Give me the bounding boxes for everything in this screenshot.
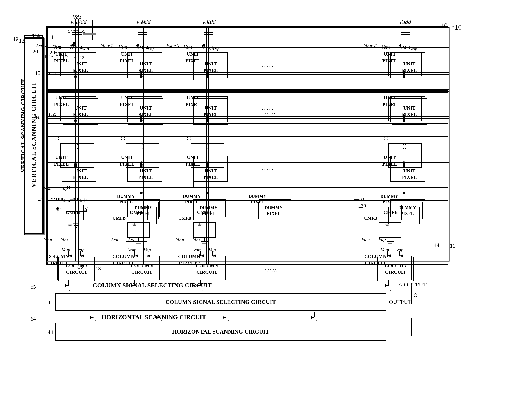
vsc-box: VERTICAL SCANNING CIRCUIT xyxy=(24,35,43,234)
vom-4: Vom xyxy=(381,44,390,50)
unit-pixel-r1c3: UNITPIXEL xyxy=(193,54,228,81)
unit-pixel-r1c2: UNITPIXEL xyxy=(128,54,163,81)
vop-cc1: Vop xyxy=(77,247,85,253)
column-circuit-3: COLUMNCIRCUIT xyxy=(189,257,225,281)
vdots-c2: ⁚⁚ xyxy=(140,143,144,150)
ref-115-tilde: ⌒ xyxy=(51,73,55,79)
vom-3: Vom xyxy=(184,44,192,50)
arrow-up-csc-4: ↑ xyxy=(390,288,392,294)
ref-116-tilde: ⌒ xyxy=(51,114,55,120)
ref-20-tilde: ⌒ xyxy=(52,52,57,58)
unit-pixel-r1c4: UNITPIXEL xyxy=(392,54,427,81)
vop-4: Vop xyxy=(410,46,417,52)
vop-cmfb1: Vop xyxy=(78,197,85,203)
cmfb-3: CMFB xyxy=(193,205,215,220)
vom-cc2: Vom xyxy=(128,247,136,253)
vdots-c1: ⁚⁚ xyxy=(75,143,79,150)
ellipsis-cc: ..... xyxy=(267,267,278,274)
ref-54: 54 xyxy=(74,28,79,34)
vom-2: Vom xyxy=(119,44,127,50)
vop-1: Vop xyxy=(82,46,89,52)
vom-cc1: Vom xyxy=(62,247,70,253)
vop-cc2: Vop xyxy=(143,247,151,253)
svg-rect-4 xyxy=(46,26,448,265)
unit-pixel-rnc2: UNITPIXEL xyxy=(128,161,163,188)
dummy-pixel-c4: DUMMYPIXEL xyxy=(258,202,289,219)
ground-4: ⏚ xyxy=(385,220,389,228)
ref-11-tilde: ⌒ xyxy=(449,245,454,251)
vop-2: Vop xyxy=(147,46,155,52)
column-circuit-1: COLUMNCIRCUIT xyxy=(59,257,95,281)
vdots-c3: ⁚⁚ xyxy=(205,143,209,150)
r12-tilde: ⌒ xyxy=(13,38,17,44)
output-label: OUTPUT xyxy=(389,299,412,305)
vdd-3: Vdd xyxy=(206,19,216,25)
unit-pixel-r2c1: UNITPIXEL xyxy=(63,98,98,125)
ref-30-dash: — xyxy=(359,205,363,210)
unit-pixel-r2c2: UNITPIXEL xyxy=(128,98,163,125)
ref-15-tilde: ⌒ xyxy=(48,301,52,306)
vdd-1: Vdd xyxy=(77,19,86,25)
cmfb-2: CMFB xyxy=(126,205,148,220)
horiz-scan-circuit: HORIZONTAL SCANNING CIRCUIT xyxy=(55,323,386,341)
ref-55: 55 xyxy=(81,28,85,34)
unit-pixel-rnc4: UNITPIXEL xyxy=(392,161,427,188)
ground-2: ⏚ xyxy=(132,220,136,228)
unit-pixel-r2c3: UNITPIXEL xyxy=(193,98,228,125)
col-sel-circuit: COLUMN SIGNAL SELECTING CIRCUIT xyxy=(55,293,386,311)
column-circuit-4: COLUMNCIRCUIT xyxy=(377,257,414,281)
vdd-2: Vdd xyxy=(141,19,151,25)
vom-cmfb1: Vom xyxy=(62,197,70,203)
ground-1: ⏚ xyxy=(68,220,72,228)
vdd-4: Vdd xyxy=(402,19,411,25)
column-circuit-2: COLUMNCIRCUIT xyxy=(123,257,160,281)
vop-cc3: Vop xyxy=(208,247,216,253)
vom-1: Vom xyxy=(53,44,61,50)
vop-cc4: Vop xyxy=(396,247,403,253)
ref-51-bracket: ⊣ xyxy=(84,208,87,213)
svg-rect-50 xyxy=(126,227,147,241)
unit-pixel-r2c4: UNITPIXEL xyxy=(392,98,427,125)
unit-pixel-r1c1: UNITPIXEL xyxy=(63,54,98,81)
ref-14-tilde: ⌒ xyxy=(48,331,52,337)
unit-pixel-rnc1: UNITPIXEL xyxy=(63,161,98,188)
vsc-label: VERTICAL SCANNING CIRCUIT xyxy=(30,82,37,188)
ellipsis-r1: ..... xyxy=(265,64,276,71)
vom-cc3: Vom xyxy=(193,247,201,253)
ref-10-tilde: ⌒ xyxy=(450,25,456,34)
vdots-c4: ⁚⁚ xyxy=(403,143,406,150)
unit-pixel-rnc3: UNITPIXEL xyxy=(193,161,228,188)
vom-cc4: Vom xyxy=(381,247,389,253)
cmfb-1: CMFB xyxy=(62,205,84,220)
cmfb-4: CMFB xyxy=(380,205,402,220)
ellipsis-rn: ..... xyxy=(265,172,276,179)
ellipsis-r2: ..... xyxy=(265,108,276,115)
ref-40-bracket: ├ xyxy=(56,208,59,212)
vop-3: Vop xyxy=(212,46,220,52)
ground-3: ⏚ xyxy=(198,220,201,228)
ref-13-tilde: ⌒ xyxy=(95,268,99,273)
ref-114: 114 xyxy=(45,34,54,41)
